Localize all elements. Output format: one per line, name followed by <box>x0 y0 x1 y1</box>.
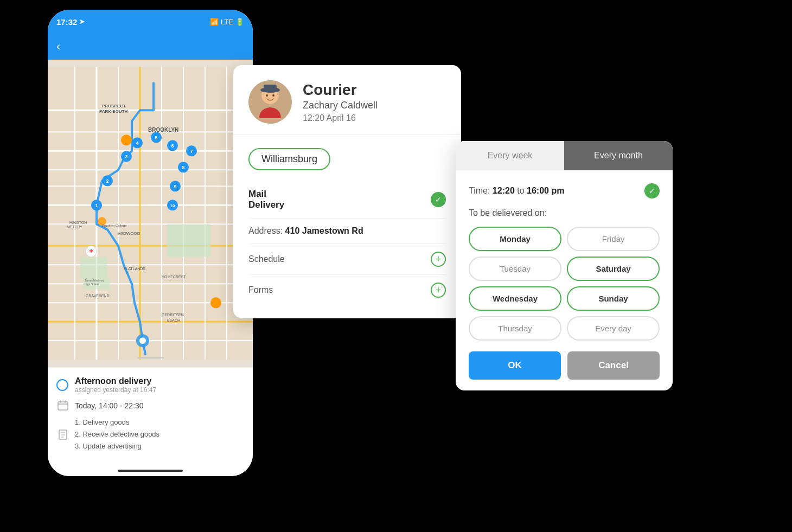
home-indicator <box>48 465 253 476</box>
delivery-type-row: MailDelivery ✓ <box>248 181 446 219</box>
day-saturday[interactable]: Saturday <box>567 257 660 281</box>
svg-text:4: 4 <box>136 140 138 146</box>
schedule-row: Today, 14:00 - 22:30 <box>56 399 244 412</box>
svg-rect-67 <box>58 402 68 410</box>
back-button[interactable]: ‹ <box>56 40 60 54</box>
phone-frame: 17:32 ➤ 📶 LTE 🔋 ‹ <box>48 10 253 476</box>
status-right: 📶 LTE 🔋 <box>210 18 244 26</box>
courier-name: Zachary Caldwell <box>303 100 378 111</box>
delivery-dot-icon <box>56 379 68 391</box>
day-thursday[interactable]: Thursday <box>469 316 561 341</box>
schedule-label: Schedule <box>248 254 285 264</box>
svg-text:PROSPECT: PROSPECT <box>102 104 126 108</box>
svg-text:2: 2 <box>106 178 108 184</box>
map-container: 1 2 3 4 5 6 7 8 9 10 <box>48 60 253 367</box>
forms-add-button[interactable]: + <box>431 283 446 298</box>
day-wednesday[interactable]: Wednesday <box>469 286 561 311</box>
delivery-check-icon: ✓ <box>431 192 446 207</box>
svg-text:5: 5 <box>155 135 157 140</box>
courier-header: Courier Zachary Caldwell 12:20 April 16 <box>233 65 461 135</box>
courier-body: Williamsburg MailDelivery ✓ Address: 410… <box>233 135 461 318</box>
svg-point-80 <box>272 94 274 97</box>
tab-every-week[interactable]: Every week <box>456 141 564 170</box>
schedule-add-button[interactable]: + <box>431 252 446 267</box>
day-monday[interactable]: Monday <box>469 227 561 251</box>
courier-avatar <box>248 80 292 124</box>
delivery-on-label: To be delievered on: <box>469 208 660 218</box>
day-every-day[interactable]: Every day <box>567 316 660 341</box>
tasks-row: 1. Delivery goods 2. Receive defective g… <box>56 416 244 452</box>
svg-text:High School: High School <box>85 283 99 286</box>
svg-point-46 <box>139 337 146 344</box>
days-grid: Monday Friday Tuesday Saturday Wednesday… <box>469 227 660 341</box>
forms-label: Forms <box>248 285 273 295</box>
svg-text:10: 10 <box>170 203 175 208</box>
svg-text:HOMECREST: HOMECREST <box>162 275 186 279</box>
delivery-subtitle: assigned yesterday at 16:47 <box>75 386 156 394</box>
svg-point-65 <box>210 297 221 308</box>
tab-every-month[interactable]: Every month <box>564 141 673 170</box>
courier-datetime: 12:20 April 16 <box>303 113 378 123</box>
svg-text:GERRITSEN: GERRITSEN <box>162 313 184 317</box>
forms-row: Forms + <box>248 275 446 305</box>
location-badge: Williamsburg <box>248 148 330 170</box>
nav-bar: ‹ <box>48 34 253 60</box>
svg-rect-23 <box>80 257 107 278</box>
svg-text:1: 1 <box>95 203 98 208</box>
task-3: 3. Update advertising <box>75 440 159 452</box>
calendar-icon <box>56 399 69 412</box>
time-display: 17:32 <box>56 17 77 27</box>
time-check-icon: ✓ <box>644 183 660 198</box>
svg-text:Brooklyn College: Brooklyn College <box>102 224 127 227</box>
svg-text:3: 3 <box>125 154 127 159</box>
time-label: Time: 12:20 to 16:00 pm <box>469 186 564 196</box>
schedule-modal: Every week Every month Time: 12:20 to 16… <box>456 141 673 390</box>
clipboard-icon <box>56 428 69 441</box>
svg-rect-66 <box>137 357 164 358</box>
delivery-title: Afternoon delivery <box>75 376 156 386</box>
address-row: Address: 410 Jamestown Rd <box>248 219 446 244</box>
task-1: 1. Delivery goods <box>75 416 159 428</box>
ok-button[interactable]: OK <box>469 351 561 380</box>
delivery-header: Afternoon delivery assigned yesterday at… <box>56 376 244 394</box>
svg-text:PARK SOUTH: PARK SOUTH <box>99 109 128 114</box>
svg-text:8: 8 <box>182 165 184 170</box>
svg-point-44 <box>121 134 132 145</box>
modal-actions: OK Cancel <box>469 351 660 380</box>
signal-icon: 📶 <box>210 18 219 26</box>
home-bar <box>118 470 183 472</box>
delivery-type-label: MailDelivery <box>248 189 284 210</box>
schedule-tabs: Every week Every month <box>456 141 673 170</box>
cancel-button[interactable]: Cancel <box>567 351 660 380</box>
network-type: LTE <box>221 18 233 26</box>
svg-text:7: 7 <box>190 149 193 154</box>
time-row: Time: 12:20 to 16:00 pm ✓ <box>469 183 660 198</box>
task-2: 2. Receive defective goods <box>75 428 159 440</box>
svg-rect-78 <box>264 85 277 91</box>
svg-text:HINGTON: HINGTON <box>69 221 87 225</box>
svg-text:GRAVESEND: GRAVESEND <box>86 294 109 298</box>
svg-text:MIDWOOD: MIDWOOD <box>118 231 140 236</box>
svg-text:BROOKLYN: BROOKLYN <box>148 127 178 133</box>
svg-text:6: 6 <box>171 143 174 149</box>
day-tuesday[interactable]: Tuesday <box>469 257 561 281</box>
phone-bottom-info: Afternoon delivery assigned yesterday at… <box>48 367 253 465</box>
day-friday[interactable]: Friday <box>567 227 660 251</box>
svg-text:BEACH: BEACH <box>167 318 180 322</box>
svg-text:FLATLANDS: FLATLANDS <box>124 267 145 271</box>
svg-text:+: + <box>89 247 93 255</box>
schedule-detail-row: Schedule + <box>248 244 446 275</box>
courier-card: Courier Zachary Caldwell 12:20 April 16 … <box>233 65 461 318</box>
address-value: 410 Jamestown Rd <box>285 226 363 235</box>
svg-point-79 <box>266 94 268 97</box>
svg-text:METERY: METERY <box>67 225 82 229</box>
courier-role: Courier <box>303 81 378 99</box>
schedule-text: Today, 14:00 - 22:30 <box>75 401 144 410</box>
day-sunday[interactable]: Sunday <box>567 286 660 311</box>
task-list: 1. Delivery goods 2. Receive defective g… <box>75 416 159 452</box>
svg-text:James Madison: James Madison <box>85 279 104 282</box>
battery-icon: 🔋 <box>235 18 244 26</box>
courier-info: Courier Zachary Caldwell 12:20 April 16 <box>303 81 378 123</box>
address-label: Address: 410 Jamestown Rd <box>248 226 363 236</box>
status-time: 17:32 ➤ <box>56 17 85 27</box>
